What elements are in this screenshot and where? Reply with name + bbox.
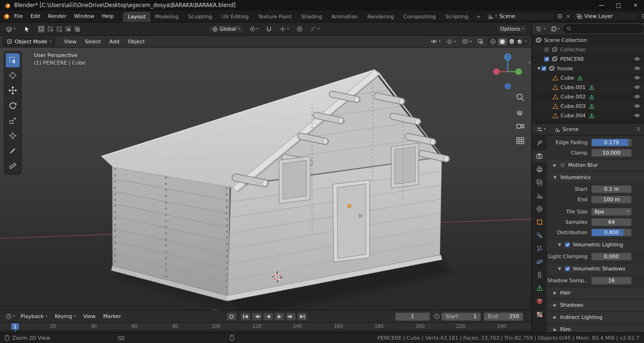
rotate-tool[interactable] — [6, 98, 20, 113]
collection-checkbox-checked[interactable] — [541, 66, 546, 71]
select-mode-new-button[interactable] — [37, 25, 45, 33]
tab-object-data[interactable] — [532, 282, 546, 294]
volumetric-shadows-checkbox[interactable] — [565, 266, 570, 271]
door[interactable] — [333, 180, 370, 262]
solid-shading-active[interactable] — [498, 38, 507, 45]
viewport-menu-add[interactable]: Add — [105, 39, 124, 45]
eye-icon[interactable] — [634, 66, 641, 71]
tab-render[interactable] — [532, 150, 546, 162]
tab-object[interactable] — [532, 216, 546, 228]
show-overlays-dropdown[interactable]: ▾ — [460, 38, 474, 45]
samples-field[interactable]: 64 — [591, 218, 632, 226]
volumetrics-end-field[interactable]: 100 m — [591, 196, 632, 204]
eye-icon[interactable] — [634, 85, 641, 90]
timeline-editor-type-button[interactable]: ▾ — [4, 312, 17, 320]
move-tool[interactable] — [6, 83, 20, 98]
window-left[interactable] — [279, 156, 310, 204]
menu-help[interactable]: Help — [98, 13, 117, 19]
workspace-tab-modeling[interactable]: Modeling — [150, 12, 183, 22]
film-panel-header[interactable]: ▶ Film — [547, 324, 644, 332]
chevron-down-icon[interactable]: ▾ — [525, 40, 527, 43]
shadow-samples-field[interactable]: 16 — [591, 277, 632, 285]
menu-file[interactable]: File — [10, 13, 26, 19]
outliner-row-cube-003[interactable]: Cube.003 — [532, 101, 644, 111]
active-tool-indicator[interactable] — [21, 24, 33, 34]
viewport-3d[interactable]: Z User Perspective — [0, 48, 531, 310]
timeline-menu-marker[interactable]: Marker — [99, 313, 125, 319]
frame-end-field[interactable]: End250 — [484, 312, 523, 321]
volumetric-lighting-panel-header[interactable]: ▼ Volumetric Lighting — [547, 239, 644, 250]
tab-constraints[interactable] — [532, 269, 546, 281]
select-box-tool[interactable] — [6, 53, 20, 67]
minimize-button[interactable]: — — [593, 0, 610, 10]
playhead[interactable]: 1 — [11, 323, 19, 330]
scale-tool[interactable] — [6, 114, 20, 128]
tab-particles[interactable] — [532, 243, 546, 254]
play-button[interactable] — [274, 312, 285, 321]
timeline-ruler[interactable]: 20 40 60 80 100 120 140 160 180 200 220 … — [0, 323, 531, 330]
select-mode-intersect-button[interactable] — [73, 25, 81, 33]
volumetrics-panel-header[interactable]: ▼ Volumetrics — [547, 172, 644, 182]
volumetric-lighting-checkbox[interactable] — [565, 242, 570, 247]
viewport-menu-object[interactable]: Object — [124, 39, 149, 45]
expand-arrow-icon[interactable]: ▼ — [537, 66, 541, 71]
select-mode-invert-button[interactable] — [64, 25, 72, 33]
menu-window[interactable]: Window — [70, 13, 98, 19]
timeline-menu-view[interactable]: View — [80, 313, 99, 319]
outliner-display-mode-button[interactable]: ▾ — [549, 25, 562, 33]
material-shading-icon[interactable] — [509, 39, 515, 45]
viewport-menu-select[interactable]: Select — [81, 39, 105, 45]
outliner-editor-type-button[interactable]: ▾ — [534, 25, 547, 33]
options-dropdown[interactable]: Options ▾ — [496, 24, 528, 33]
wireframe-shading-icon[interactable] — [490, 39, 496, 45]
tab-tool[interactable] — [532, 137, 546, 149]
transform-tool[interactable] — [6, 129, 20, 143]
toggle-ortho-button[interactable] — [517, 138, 524, 144]
auto-keyframe-toggle[interactable] — [226, 312, 237, 321]
select-mode-extend-button[interactable] — [46, 25, 54, 33]
transform-orientation-dropdown[interactable]: Global ▾ — [208, 24, 244, 33]
show-gizmo-dropdown[interactable]: ▾ — [445, 38, 458, 46]
tab-material[interactable] — [532, 295, 546, 307]
annotate-tool[interactable] — [6, 144, 20, 158]
next-keyframe-button[interactable] — [286, 312, 296, 321]
preview-range-toggle[interactable] — [432, 312, 442, 320]
collection-checkbox-unchecked[interactable] — [544, 47, 549, 52]
workspace-tab-compositing[interactable]: Compositing — [399, 12, 441, 22]
workspace-tab-uv-editing[interactable]: UV Editing — [217, 12, 253, 22]
pan-hand-button[interactable] — [518, 110, 522, 115]
object-visibility-dropdown[interactable]: ▾ — [429, 38, 443, 45]
viewport-canvas[interactable]: Z — [0, 48, 531, 310]
outliner-row-cube[interactable]: Cube — [532, 73, 644, 82]
tile-size-dropdown[interactable]: 8px▾ — [591, 208, 632, 216]
light-clamping-field[interactable]: 0.000 — [591, 253, 632, 261]
select-mode-subtract-button[interactable] — [55, 25, 63, 33]
volumetric-shadows-panel-header[interactable]: ▼ Volumetric Shadows — [547, 263, 644, 274]
scene-selector[interactable]: ▾ Scene — [484, 12, 555, 21]
snap-toggle[interactable] — [264, 25, 274, 33]
frame-start-field[interactable]: Start1 — [441, 312, 481, 321]
workspace-tab-scripting[interactable]: Scripting — [440, 12, 473, 22]
camera-view-button[interactable] — [517, 124, 524, 128]
unlink-scene-button[interactable]: × — [565, 12, 572, 20]
proportional-editing-toggle[interactable] — [295, 25, 305, 33]
eye-icon[interactable] — [634, 113, 641, 118]
eye-icon[interactable] — [634, 104, 641, 108]
shadows-panel-header[interactable]: ▶ Shadows — [547, 299, 644, 310]
pin-icon[interactable] — [636, 127, 641, 132]
distribution-slider[interactable]: 0.800 — [591, 229, 632, 237]
new-view-layer-button[interactable] — [641, 12, 644, 20]
viewport-menu-view[interactable]: View — [60, 39, 81, 45]
tab-modifiers[interactable] — [532, 229, 546, 241]
search-input[interactable] — [573, 26, 640, 32]
play-reverse-button[interactable] — [263, 312, 273, 321]
menu-render[interactable]: Render — [44, 13, 70, 19]
cursor-tool[interactable] — [6, 68, 20, 82]
add-workspace-button[interactable]: + — [473, 12, 484, 22]
current-frame-field[interactable]: 1 — [395, 312, 430, 321]
snap-target-dropdown[interactable]: ▾ — [278, 25, 291, 33]
workspace-tab-texture-paint[interactable]: Texture Paint — [254, 12, 297, 22]
workspace-tab-rendering[interactable]: Rendering — [363, 12, 398, 22]
outliner-row-scene-collection[interactable]: Scene Collection — [532, 35, 644, 45]
tab-physics[interactable] — [532, 256, 546, 268]
